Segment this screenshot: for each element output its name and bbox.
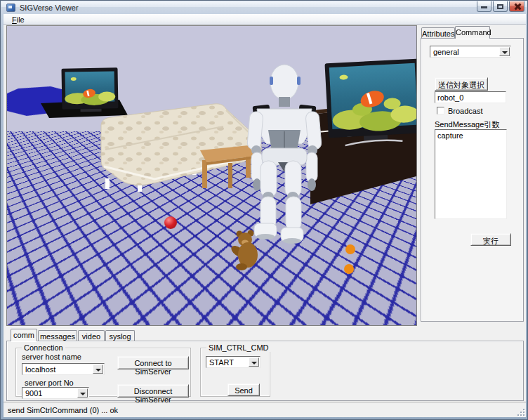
dropdown-arrow-icon bbox=[502, 51, 508, 54]
app-window: SIGVerse Viewer File bbox=[0, 0, 528, 420]
teddy-bear bbox=[230, 230, 258, 271]
send-button[interactable]: Send bbox=[227, 383, 260, 396]
minimize-button[interactable] bbox=[477, 1, 491, 12]
dropdown-arrow-icon bbox=[251, 362, 257, 365]
tab-messages[interactable]: messages bbox=[38, 330, 77, 341]
connection-group: Connection server host name localhost se… bbox=[15, 348, 191, 397]
resize-grip-icon[interactable] bbox=[516, 407, 524, 416]
scene-objects bbox=[7, 26, 416, 325]
status-bar: send SimCtrlCommand (0) ... ok bbox=[4, 402, 526, 417]
dropdown-arrow-icon bbox=[80, 393, 86, 395]
close-icon bbox=[514, 4, 520, 10]
target-input[interactable] bbox=[435, 91, 506, 103]
tab-command[interactable]: Command bbox=[455, 26, 490, 39]
orange-ball-1 bbox=[345, 244, 355, 254]
connect-button[interactable]: Connect to SimServer bbox=[117, 356, 189, 369]
tab-attributes[interactable]: Attributes bbox=[421, 27, 455, 39]
app-icon bbox=[6, 4, 15, 12]
dropdown-arrow-icon bbox=[95, 369, 101, 372]
minimize-icon bbox=[481, 6, 487, 8]
sim-ctrl-select[interactable]: START bbox=[206, 356, 260, 368]
select-target-button[interactable]: 送信対象選択 bbox=[435, 77, 488, 91]
red-ball bbox=[164, 216, 177, 229]
message-textarea[interactable]: capture bbox=[435, 129, 507, 219]
command-panel: general 送信対象選択 Broadcast SendMessage引数 c… bbox=[421, 38, 524, 322]
host-select[interactable]: localhost bbox=[22, 363, 105, 375]
tv-left bbox=[61, 67, 118, 112]
robot bbox=[247, 65, 322, 244]
close-button[interactable] bbox=[509, 1, 524, 12]
broadcast-checkbox[interactable] bbox=[437, 107, 444, 114]
menu-file[interactable]: File bbox=[8, 15, 29, 25]
tv-right bbox=[324, 58, 416, 146]
maximize-button[interactable] bbox=[493, 1, 508, 12]
broadcast-label: Broadcast bbox=[448, 107, 483, 115]
window-title: SIGVerse Viewer bbox=[20, 4, 79, 12]
maximize-icon bbox=[497, 4, 503, 9]
comm-panel: Connection server host name localhost se… bbox=[6, 341, 524, 401]
title-bar[interactable]: SIGVerse Viewer bbox=[1, 1, 527, 14]
disconnect-button[interactable]: Disconnect SimServer bbox=[117, 384, 189, 398]
command-type-select[interactable]: general bbox=[430, 46, 511, 58]
sim-ctrl-group: SIM_CTRL_CMD START Send bbox=[200, 348, 270, 397]
tab-syslog[interactable]: syslog bbox=[105, 330, 135, 341]
port-select[interactable]: 9001 bbox=[22, 387, 89, 399]
host-label: server host name bbox=[22, 353, 81, 361]
sendmessage-label: SendMessage引数 bbox=[435, 119, 499, 130]
client-area: Attributes Command general 送信対象選択 Broadc… bbox=[4, 25, 526, 417]
status-text: send SimCtrlCommand (0) ... ok bbox=[8, 406, 118, 414]
tab-video[interactable]: video bbox=[78, 330, 105, 341]
menu-bar: File bbox=[4, 14, 526, 25]
tab-comm[interactable]: comm bbox=[11, 329, 37, 341]
port-label: server port No bbox=[25, 379, 74, 387]
3d-viewport[interactable] bbox=[6, 25, 417, 326]
execute-button[interactable]: 実行 bbox=[470, 233, 511, 246]
orange-ball-2 bbox=[344, 264, 354, 274]
